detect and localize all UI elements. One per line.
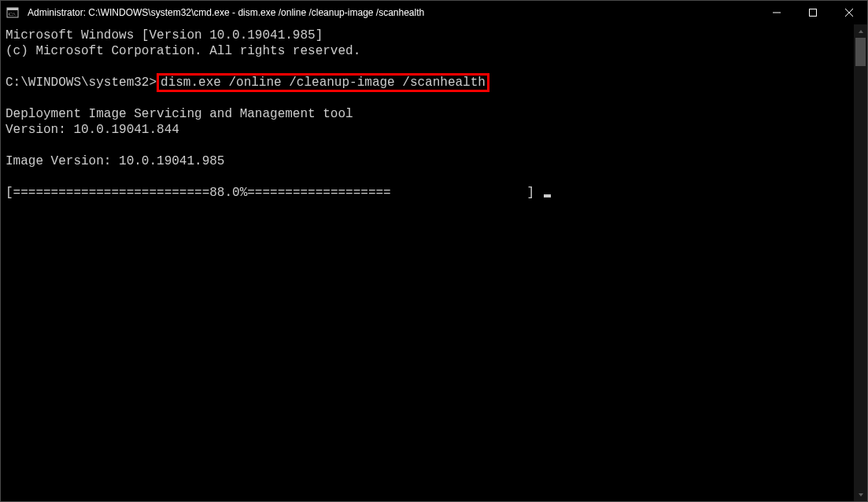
window-title: Administrator: C:\WINDOWS\system32\cmd.e… [24,7,759,18]
scroll-down-button[interactable] [854,488,867,501]
tool-version-line: Version: 10.0.19041.844 [6,123,179,137]
scroll-up-button[interactable] [854,24,867,38]
minimize-button[interactable] [759,1,795,24]
entered-command: dism.exe /online /cleanup-image /scanhea… [161,76,486,90]
scroll-track[interactable] [854,38,867,488]
image-version-line: Image Version: 10.0.19041.985 [6,154,224,168]
client-area: Microsoft Windows [Version 10.0.19041.98… [1,24,867,501]
cmd-window: C:\ Administrator: C:\WINDOWS\system32\c… [0,0,868,502]
entered-command-highlight: dism.exe /online /cleanup-image /scanhea… [157,73,489,92]
scroll-thumb[interactable] [855,38,866,66]
window-controls [759,1,867,24]
prompt-prefix: C:\WINDOWS\system32> [6,76,157,90]
vertical-scrollbar[interactable] [854,24,867,501]
terminal-output[interactable]: Microsoft Windows [Version 10.0.19041.98… [1,24,854,501]
svg-rect-3 [810,9,817,17]
svg-text:C:\: C:\ [9,11,16,17]
text-cursor [544,194,551,197]
os-version-line: Microsoft Windows [Version 10.0.19041.98… [6,28,323,42]
close-button[interactable] [831,1,867,24]
svg-rect-1 [7,8,18,10]
tool-name-line: Deployment Image Servicing and Managemen… [6,107,353,121]
app-icon: C:\ [1,1,24,24]
maximize-button[interactable] [795,1,831,24]
titlebar[interactable]: C:\ Administrator: C:\WINDOWS\system32\c… [1,1,867,24]
copyright-line: (c) Microsoft Corporation. All rights re… [6,44,360,58]
progress-bar: [==========================88.0%========… [6,186,542,200]
